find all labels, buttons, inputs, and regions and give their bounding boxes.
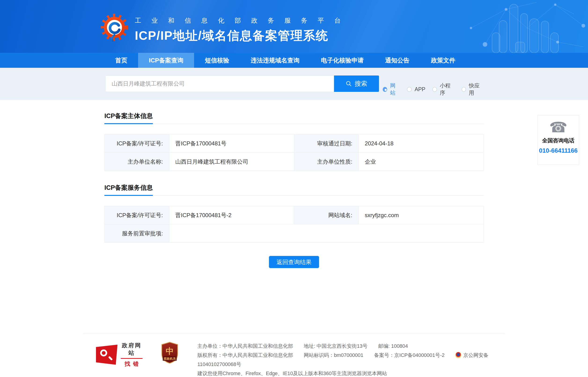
table-row: ICP备案/许可证号: 晋ICP备17000481号 审核通过日期: 2024-… bbox=[105, 134, 484, 153]
radio-dot-icon bbox=[462, 87, 466, 92]
table-row: 主办单位名称: 山西日月峰建筑工程有限公司 主办单位性质: 企业 bbox=[105, 153, 484, 171]
service-license-label: ICP备案/许可证号: bbox=[105, 206, 169, 224]
search-input[interactable] bbox=[105, 75, 334, 92]
radio-app[interactable]: APP bbox=[407, 86, 425, 93]
footer-line-1: 主办单位：中华人民共和国工业和信息化部 地址: 中国北京西长安街13号 邮编: … bbox=[197, 342, 505, 351]
table-row: ICP备案/许可证号: 晋ICP备17000481号-2 网站域名: sxryf… bbox=[105, 206, 484, 224]
footer-browser-advice: 建议您使用Chrome、Firefox、Edge、IE10及以上版本和360等主… bbox=[197, 371, 387, 376]
radio-quickapp[interactable]: 快应用 bbox=[462, 82, 484, 96]
svg-text:中: 中 bbox=[166, 346, 174, 356]
organizer-name-value: 山西日月峰建筑工程有限公司 bbox=[169, 153, 294, 171]
approval-date-value: 2024-04-18 bbox=[359, 134, 484, 153]
search-button[interactable]: 搜索 bbox=[334, 75, 379, 92]
organizer-name-label: 主办单位名称: bbox=[105, 153, 169, 171]
nav-item-home[interactable]: 首页 bbox=[104, 53, 138, 68]
nav-item-sms-verify[interactable]: 短信核验 bbox=[194, 53, 240, 68]
approval-date-label: 审核通过日期: bbox=[294, 134, 359, 153]
footer-site-code: 网站标识码：bm07000001 bbox=[304, 353, 363, 358]
find-error-magnifier-icon bbox=[96, 345, 117, 365]
nav-item-illegal-domain-query[interactable]: 违法违规域名查询 bbox=[240, 53, 310, 68]
wireframe-city-illustration bbox=[457, 0, 588, 53]
footer-zipcode: 邮编: 100804 bbox=[378, 343, 408, 349]
license-number-value: 晋ICP备17000481号 bbox=[169, 134, 294, 153]
main-nav: 首页 ICP备案查询 短信核验 违法违规域名查询 电子化核验申请 通知公告 政策… bbox=[0, 53, 588, 68]
hotline-card: ☎ 全国咨询电话 010-66411166 bbox=[538, 115, 579, 165]
service-info-table: ICP备案/许可证号: 晋ICP备17000481号-2 网站域名: sxryf… bbox=[104, 206, 484, 243]
radio-dot-icon bbox=[407, 87, 412, 92]
domain-value: sxryfjzgc.com bbox=[359, 206, 484, 224]
footer-address: 地址: 中国北京西长安街13号 bbox=[304, 343, 367, 349]
footer-text-block: 主办单位：中华人民共和国工业和信息化部 地址: 中国北京西长安街13号 邮编: … bbox=[197, 342, 505, 377]
radio-website[interactable]: 网站 bbox=[383, 82, 400, 96]
page-header: 工业和信息化部政务服务平台 ICP/IP地址/域名信息备案管理系统 bbox=[0, 0, 588, 53]
radio-miniprogram[interactable]: 小程序 bbox=[432, 82, 454, 96]
radio-dot-icon bbox=[432, 87, 437, 92]
organizer-nature-value: 企业 bbox=[359, 153, 484, 171]
party-government-badge-icon[interactable]: 中 党政机关 bbox=[161, 342, 179, 364]
page-footer: 政府网站 找错 中 党政机关 主办单位：中华人民共和国工业和信息化部 地址: 中… bbox=[0, 333, 588, 377]
license-number-label: ICP备案/许可证号: bbox=[105, 134, 169, 153]
domain-label: 网站域名: bbox=[294, 206, 359, 224]
hotline-title: 全国咨询电话 bbox=[538, 137, 579, 144]
miit-gear-logo-icon bbox=[100, 13, 129, 42]
nav-item-notice[interactable]: 通知公告 bbox=[374, 53, 420, 68]
page-title: ICP/IP地址/域名信息备案管理系统 bbox=[135, 28, 351, 44]
table-row: 服务前置审批项: bbox=[105, 224, 484, 243]
organizer-nature-label: 主办单位性质: bbox=[294, 153, 359, 171]
subject-info-section-title: ICP备案主体信息 bbox=[104, 112, 153, 124]
subject-info-table: ICP备案/许可证号: 晋ICP备17000481号 审核通过日期: 2024-… bbox=[104, 134, 484, 171]
svg-text:党政机关: 党政机关 bbox=[163, 357, 176, 360]
nav-item-icp-query[interactable]: ICP备案查询 bbox=[138, 53, 194, 68]
footer-line-2: 版权所有：中华人民共和国工业和信息化部 网站标识码：bm07000001 备案号… bbox=[197, 351, 505, 369]
pre-approval-value bbox=[169, 224, 483, 243]
main-content: ICP备案主体信息 ICP备案/许可证号: 晋ICP备17000481号 审核通… bbox=[104, 100, 484, 268]
pre-approval-label: 服务前置审批项: bbox=[105, 224, 169, 243]
radio-dot-selected-icon bbox=[383, 87, 387, 92]
platform-subtitle: 工业和信息化部政务服务平台 bbox=[135, 16, 351, 25]
hotline-number[interactable]: 010-66411166 bbox=[538, 147, 579, 154]
gov-website-find-error-logo[interactable]: 政府网站 找错 bbox=[96, 342, 143, 368]
service-license-value: 晋ICP备17000481号-2 bbox=[169, 206, 294, 224]
footer-line-3: 建议您使用Chrome、Firefox、Edge、IE10及以上版本和360等主… bbox=[197, 369, 505, 377]
telephone-icon: ☎ bbox=[538, 120, 579, 135]
back-to-results-button[interactable]: 返回查询结果 bbox=[269, 256, 319, 268]
search-icon bbox=[346, 81, 352, 87]
police-badge-icon bbox=[455, 352, 461, 358]
footer-icp-number: 备案号：京ICP备04000001号-2 bbox=[374, 353, 445, 358]
nav-item-policy[interactable]: 政策文件 bbox=[420, 53, 466, 68]
nav-item-electronic-verify[interactable]: 电子化核验申请 bbox=[310, 53, 374, 68]
brand-block: 工业和信息化部政务服务平台 ICP/IP地址/域名信息备案管理系统 bbox=[100, 13, 351, 44]
footer-host: 主办单位：中华人民共和国工业和信息化部 bbox=[197, 343, 293, 349]
service-info-section-title: ICP备案服务信息 bbox=[104, 183, 153, 196]
search-type-radio-group: 网站 APP 小程序 快应用 bbox=[383, 85, 484, 94]
search-section: 搜索 网站 APP 小程序 快应用 bbox=[0, 68, 588, 100]
footer-copyright: 版权所有：中华人民共和国工业和信息化部 bbox=[197, 353, 293, 358]
